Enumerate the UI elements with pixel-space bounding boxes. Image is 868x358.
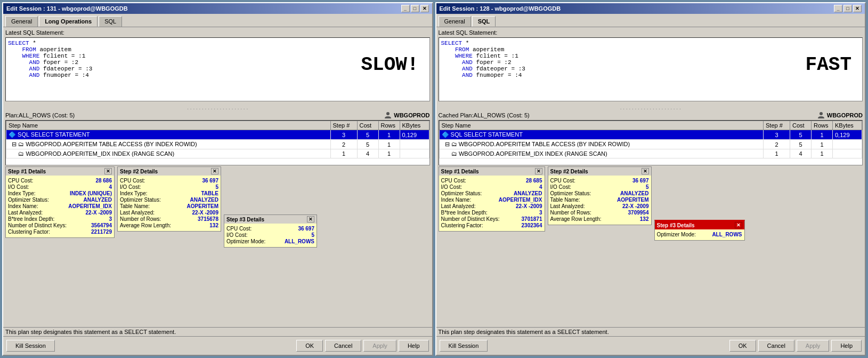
row-kbytes <box>400 140 429 149</box>
row-kbytes: 0,129 <box>400 130 429 140</box>
close-button[interactable]: ✕ <box>420 5 429 12</box>
row-step-name: ⊟ 🗂 WBGOPROD.AOPERITEM TABLE ACCESS (BY … <box>6 140 331 149</box>
row-step-name: 🔷 SQL SELECT STATEMENT <box>439 130 764 140</box>
step3-details: Step #3 Details ✕ CPU Cost:36 697 I/O Co… <box>224 214 317 248</box>
cancel-button[interactable]: Cancel <box>758 340 794 352</box>
window2-titlebar: Edit Session : 128 - wbgoprod@WBGOGDB _ … <box>436 3 865 14</box>
col-step-num: Step # <box>330 121 357 130</box>
detail-row: I/O Cost:4 <box>441 184 542 190</box>
detail-row: Number of Rows:3715678 <box>120 216 218 222</box>
status-bar: This plan step designates this statement… <box>436 327 865 336</box>
minimize-button[interactable]: _ <box>401 5 410 12</box>
detail-row: Last Analyzed:22-X -2009 <box>120 210 218 216</box>
apply-button[interactable]: Apply <box>797 340 830 352</box>
tab-sql[interactable]: SQL <box>99 16 122 27</box>
step3-details: Step #3 Details ✕ Optimizer Mode:ALL_ROW… <box>654 220 745 241</box>
row-kbytes <box>833 140 862 149</box>
col-step-num: Step # <box>764 121 790 130</box>
detail-row: Clustering Factor:2302364 <box>441 222 542 228</box>
row-rows: 1 <box>812 140 833 149</box>
table-row[interactable]: 🔷 SQL SELECT STATEMENT 3 5 1 0,129 <box>439 130 862 140</box>
detail-row: Index Type:INDEX (UNIQUE) <box>8 190 112 196</box>
help-button[interactable]: Help <box>399 340 429 352</box>
window2-button-bar: Kill Session OK Cancel Apply Help <box>436 336 865 355</box>
detail-row: Index Name:AOPERITEM_IDX <box>8 203 112 209</box>
table-row[interactable]: 🗂 WBGOPROD.AOPERITEM_IDX INDEX (RANGE SC… <box>439 149 862 158</box>
tab-general[interactable]: General <box>439 16 471 27</box>
window2-tabs: General SQL <box>436 14 865 27</box>
divider: . . . . . . . . . . . . . . . . . . . . … <box>5 105 430 110</box>
step3-close-button[interactable]: ✕ <box>307 216 314 222</box>
detail-row: CPU Cost:28 686 <box>8 178 112 184</box>
row-cost: 5 <box>357 140 378 149</box>
window2-controls: _ □ ✕ <box>834 5 862 12</box>
detail-row: Number of Rows:3709954 <box>550 210 649 216</box>
cancel-button[interactable]: Cancel <box>325 340 361 352</box>
detail-row: Optimizer Status:ANALYZED <box>441 190 542 196</box>
row-cost: 4 <box>790 149 812 158</box>
fast-watermark: FAST <box>806 54 851 76</box>
detail-row: Index Type:TABLE <box>120 190 218 196</box>
maximize-button[interactable]: □ <box>843 5 852 12</box>
user-badge: WBGOPROD <box>817 112 863 119</box>
row-step-name: ⊟ 🗂 WBGOPROD.AOPERITEM TABLE ACCESS (BY … <box>439 140 764 149</box>
sql-section-label: Latest SQL Statement: <box>5 29 430 36</box>
tab-general[interactable]: General <box>5 16 38 27</box>
table-row[interactable]: ⊟ 🗂 WBGOPROD.AOPERITEM TABLE ACCESS (BY … <box>439 140 862 149</box>
row-step-num: 1 <box>330 149 357 158</box>
row-rows: 1 <box>378 130 400 140</box>
plan-table-container: Step Name Step # Cost Rows KBytes 🔷 SQL … <box>439 120 863 165</box>
detail-row: Average Row Length:132 <box>120 222 218 228</box>
detail-row: Optimizer Status:ANALYZED <box>8 197 112 203</box>
step-details-area: Step #1 Details ✕ CPU Cost:28 685 I/O Co… <box>439 166 863 262</box>
plan-table: Step Name Step # Cost Rows KBytes 🔷 SQL … <box>439 121 863 158</box>
step2-details: Step #2 Details ✕ CPU Cost:36 697 I/O Co… <box>548 166 652 225</box>
sql-display: SELECT * FROM aoperitem WHERE fclient = … <box>439 37 863 101</box>
step2-close-button[interactable]: ✕ <box>642 168 649 174</box>
detail-row: CPU Cost:36 697 <box>226 226 314 232</box>
detail-row: Table Name:AOPERITEM <box>120 203 218 209</box>
row-rows: 1 <box>812 130 833 140</box>
step-details-area: Step #1 Details ✕ CPU Cost:28 686 I/O Co… <box>5 166 430 262</box>
minimize-button[interactable]: _ <box>834 5 842 12</box>
window1-titlebar: Edit Session : 131 - wbgoprod@WBGOGDB _ … <box>3 3 432 14</box>
row-step-name: 🗂 WBGOPROD.AOPERITEM_IDX INDEX (RANGE SC… <box>6 149 331 158</box>
user-icon <box>384 112 392 119</box>
row-step-num: 1 <box>764 149 790 158</box>
close-button[interactable]: ✕ <box>853 5 862 12</box>
detail-row: I/O Cost:5 <box>226 232 314 238</box>
detail-row: Last Analyzed:22-X -2009 <box>8 210 112 216</box>
col-kbytes: KBytes <box>400 121 429 130</box>
ok-button[interactable]: OK <box>729 340 756 352</box>
table-row[interactable]: 🔷 SQL SELECT STATEMENT 3 5 1 0,129 <box>6 130 429 140</box>
window1-tabs: General Long Operations SQL <box>3 14 432 27</box>
kill-session-button[interactable]: Kill Session <box>440 340 488 352</box>
detail-row: Number of Distinct Keys:3701871 <box>441 216 542 222</box>
step3-close-button[interactable]: ✕ <box>735 222 742 228</box>
window2: Edit Session : 128 - wbgoprod@WBGOGDB _ … <box>435 2 866 356</box>
kill-session-button[interactable]: Kill Session <box>6 340 55 352</box>
table-row[interactable]: 🗂 WBGOPROD.AOPERITEM_IDX INDEX (RANGE SC… <box>6 149 429 158</box>
ok-button[interactable]: OK <box>296 340 323 352</box>
slow-watermark: SLOW! <box>361 54 418 76</box>
sql-section-label: Latest SQL Statement: <box>439 29 863 36</box>
step1-close-button[interactable]: ✕ <box>104 168 112 174</box>
window1-title: Edit Session : 131 - wbgoprod@WBGOGDB <box>6 5 128 12</box>
step1-close-button[interactable]: ✕ <box>535 168 542 174</box>
table-row[interactable]: ⊟ 🗂 WBGOPROD.AOPERITEM TABLE ACCESS (BY … <box>6 140 429 149</box>
row-rows: 1 <box>812 149 833 158</box>
col-rows: Rows <box>378 121 400 130</box>
row-step-num: 3 <box>330 130 357 140</box>
detail-row: I/O Cost:4 <box>8 184 112 190</box>
apply-button[interactable]: Apply <box>363 340 396 352</box>
tab-sql[interactable]: SQL <box>472 16 496 27</box>
detail-row: B*tree Index Depth:3 <box>441 210 542 216</box>
tab-long-operations[interactable]: Long Operations <box>39 16 98 27</box>
step2-close-button[interactable]: ✕ <box>211 168 218 174</box>
maximize-button[interactable]: □ <box>411 5 419 12</box>
detail-row: Optimizer Mode:ALL_ROWS <box>657 232 742 237</box>
row-step-name: 🗂 WBGOPROD.AOPERITEM_IDX INDEX (RANGE SC… <box>439 149 764 158</box>
help-button[interactable]: Help <box>831 340 862 352</box>
row-cost: 5 <box>790 140 812 149</box>
detail-row: Optimizer Status:ANALYZED <box>550 190 649 196</box>
